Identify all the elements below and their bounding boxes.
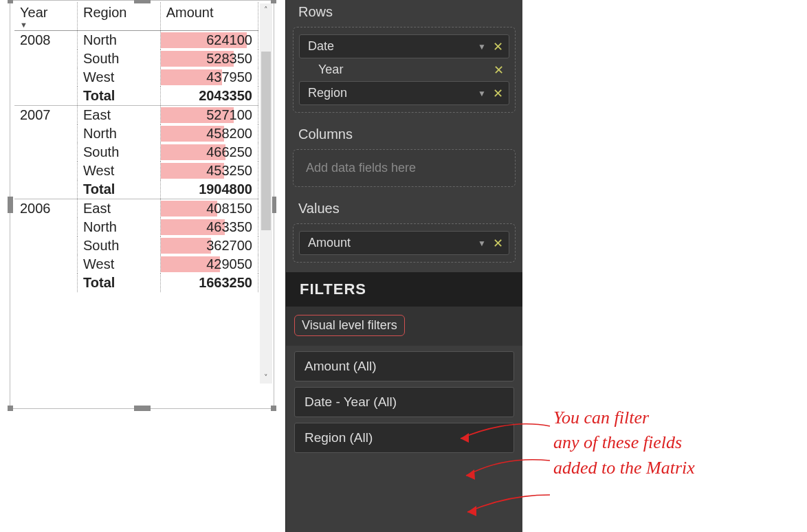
amount-cell[interactable]: 429050 [160,255,258,274]
vertical-scrollbar[interactable]: ˄ ˅ [260,3,272,384]
amount-cell[interactable]: 437950 [160,68,258,87]
region-cell[interactable]: South [78,236,161,255]
scroll-up-icon[interactable]: ˄ [260,3,272,16]
rows-section-label: Rows [286,0,522,27]
remove-field-icon[interactable]: ✕ [494,64,504,76]
data-bar [161,238,212,254]
amount-cell[interactable]: 624100 [160,31,258,50]
total-label: Total [78,274,161,292]
remove-field-icon[interactable]: ✕ [493,87,503,100]
rows-field-well[interactable]: Date ▼ ✕ Year ✕ Region ▼ ✕ [293,27,516,113]
table-row: 2006East408150 [14,199,258,219]
columns-field-well[interactable]: Add data fields here [293,149,516,187]
resize-handle-left[interactable] [8,197,13,213]
matrix-visual-frame[interactable]: Year ▼ Region Amount 2008North624100Sout… [10,0,274,409]
amount-cell[interactable]: 466250 [160,143,258,162]
region-cell[interactable]: South [78,143,161,162]
sort-desc-icon: ▼ [20,21,71,29]
region-cell[interactable]: West [78,162,161,180]
year-cell[interactable]: 2008 [14,31,78,106]
column-header-year[interactable]: Year ▼ [14,2,78,31]
total-amount: 1904800 [160,180,258,199]
total-label: Total [78,87,161,106]
year-cell[interactable]: 2007 [14,106,78,199]
region-cell[interactable]: West [78,68,161,87]
region-cell[interactable]: South [78,49,161,68]
scrollbar-thumb[interactable] [261,52,271,230]
chevron-down-icon[interactable]: ▼ [478,89,486,98]
values-field-well[interactable]: Amount ▼ ✕ [293,223,516,263]
column-header-amount[interactable]: Amount [160,2,258,31]
values-section-label: Values [286,197,522,223]
scroll-down-icon[interactable]: ˅ [260,371,272,384]
amount-cell[interactable]: 463350 [160,218,258,236]
region-cell[interactable]: East [78,106,161,125]
columns-placeholder: Add data fields here [298,154,511,182]
visualizations-panel: Rows Date ▼ ✕ Year ✕ Region ▼ ✕ Columns … [285,0,522,532]
amount-cell[interactable]: 408150 [160,199,258,219]
column-header-region[interactable]: Region [78,2,161,31]
table-row: 2008North624100 [14,31,258,50]
filter-amount[interactable]: Amount (All) [294,351,514,381]
amount-cell[interactable]: 528350 [160,49,258,68]
visual-level-filters-label: Visual level filters [294,315,405,336]
resize-handle-tl[interactable] [8,0,13,3]
total-amount: 2043350 [160,87,258,106]
row-field-region[interactable]: Region ▼ ✕ [299,81,509,105]
amount-cell[interactable]: 362700 [160,236,258,255]
resize-handle-bl[interactable] [8,406,13,411]
remove-field-icon[interactable]: ✕ [493,41,503,53]
columns-section-label: Columns [286,122,522,149]
row-field-date[interactable]: Date ▼ ✕ [299,34,509,58]
total-amount: 1663250 [160,274,258,292]
remove-field-icon[interactable]: ✕ [493,237,503,250]
amount-cell[interactable]: 527100 [160,106,258,125]
matrix-table: Year ▼ Region Amount 2008North624100Sout… [14,2,258,292]
annotation-text: You can filter any of these fields added… [553,406,695,480]
amount-cell[interactable]: 453250 [160,162,258,180]
chevron-down-icon[interactable]: ▼ [478,239,486,248]
row-field-date-year[interactable]: Year ✕ [310,61,509,78]
filter-date-year[interactable]: Date - Year (All) [294,387,514,417]
filter-region[interactable]: Region (All) [294,423,514,453]
value-field-amount[interactable]: Amount ▼ ✕ [299,231,509,255]
region-cell[interactable]: East [78,199,161,219]
resize-handle-bottom[interactable] [134,406,151,411]
filters-header[interactable]: FILTERS [286,272,522,307]
amount-cell[interactable]: 458200 [160,124,258,143]
year-cell[interactable]: 2006 [14,199,78,293]
region-cell[interactable]: North [78,124,161,143]
chevron-down-icon[interactable]: ▼ [478,42,486,52]
region-cell[interactable]: North [78,218,161,236]
total-label: Total [78,180,161,199]
region-cell[interactable]: North [78,31,161,50]
resize-handle-br[interactable] [271,406,276,411]
visual-level-filters-section: Visual level filters [286,307,522,346]
table-row: 2007East527100 [14,106,258,125]
region-cell[interactable]: West [78,255,161,274]
matrix-scroll-area: Year ▼ Region Amount 2008North624100Sout… [14,2,258,404]
